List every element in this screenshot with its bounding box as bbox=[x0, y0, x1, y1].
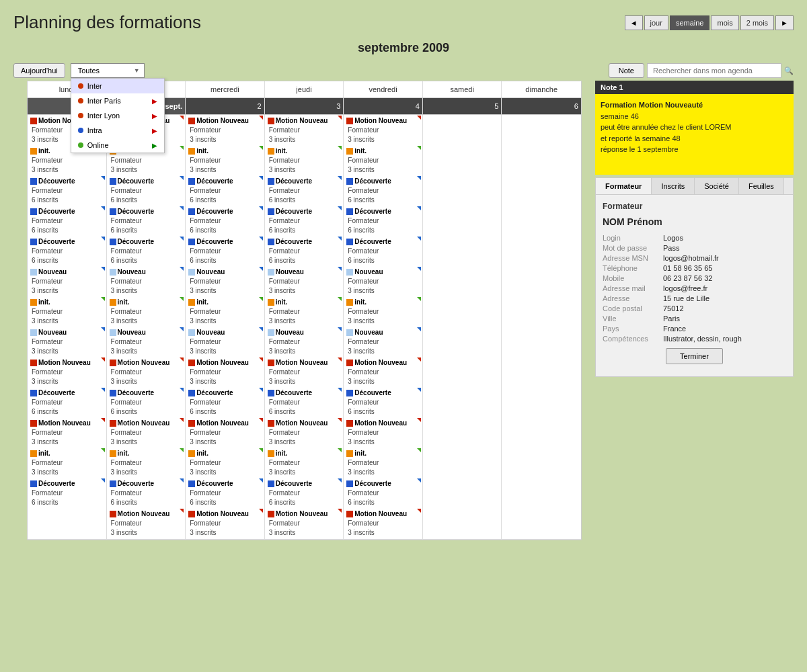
event-item[interactable]: Motion Nouveau Formateur 3 inscrits bbox=[187, 358, 263, 387]
next-button[interactable]: ► bbox=[775, 15, 794, 30]
event-item[interactable]: Découverte Formateur 6 inscrits bbox=[108, 176, 184, 206]
event-item[interactable]: Nouveau Formateur 3 inscrits bbox=[345, 327, 421, 357]
event-item[interactable]: Motion Nouveau Formateur 3 inscrits bbox=[108, 358, 184, 387]
event-item[interactable]: init. Formateur 3 inscrits bbox=[29, 448, 105, 478]
event-item[interactable]: Découverte Formateur 6 inscrits bbox=[29, 478, 105, 508]
event-item[interactable]: Découverte Formateur 6 inscrits bbox=[29, 206, 105, 236]
event-inscrits: 6 inscrits bbox=[268, 256, 341, 265]
search-icon[interactable]: 🔍 bbox=[784, 67, 794, 75]
dropdown-item-online[interactable]: Online ▶ bbox=[71, 138, 164, 153]
event-item[interactable]: Découverte Formateur 6 inscrits bbox=[29, 176, 105, 206]
dropdown-item-intra[interactable]: Intra ▶ bbox=[71, 123, 164, 138]
event-item[interactable]: Découverte Formateur 6 inscrits bbox=[266, 478, 342, 508]
event-item[interactable]: Motion Nouveau Formateur 3 inscrits bbox=[266, 418, 342, 448]
tab-formateur[interactable]: Formateur bbox=[596, 178, 652, 194]
view-mois[interactable]: mois bbox=[711, 15, 738, 30]
event-inscrits: 3 inscrits bbox=[346, 437, 420, 447]
event-item[interactable]: Découverte Formateur 6 inscrits bbox=[108, 237, 184, 266]
event-item[interactable]: Motion Nouveau Formateur 3 inscrits bbox=[345, 418, 421, 448]
event-item[interactable]: Motion Nouveau Formateur 3 inscrits bbox=[187, 418, 263, 448]
filter-button[interactable]: Toutes bbox=[71, 63, 145, 78]
event-item[interactable]: Nouveau Formateur 3 inscrits bbox=[266, 267, 342, 296]
event-item[interactable]: Découverte Formateur 6 inscrits bbox=[108, 478, 184, 508]
note-line1: Formation Motion Nouveauté bbox=[601, 101, 703, 109]
event-item[interactable]: Nouveau Formateur 3 inscrits bbox=[187, 327, 263, 357]
tab-societe[interactable]: Société bbox=[695, 178, 739, 194]
event-item[interactable]: Découverte Formateur 6 inscrits bbox=[266, 206, 342, 236]
event-item[interactable]: Découverte Formateur 6 inscrits bbox=[29, 388, 105, 417]
event-item[interactable]: Nouveau Formateur 3 inscrits bbox=[187, 267, 263, 296]
view-jour[interactable]: jour bbox=[644, 15, 668, 30]
event-formateur: Formateur bbox=[110, 307, 183, 317]
event-formateur: Formateur bbox=[346, 277, 420, 286]
event-item[interactable]: Motion Nouveau Formateur 3 inscrits bbox=[29, 358, 105, 387]
prev-button[interactable]: ◄ bbox=[625, 15, 643, 30]
event-item[interactable]: Motion Nouveau Formateur 3 inscrits bbox=[108, 509, 184, 538]
event-item[interactable]: Motion Nouveau Formateur 3 inscrits bbox=[266, 509, 342, 538]
event-item[interactable]: init. Formateur 3 inscrits bbox=[266, 146, 342, 175]
event-item[interactable]: init. Formateur 3 inscrits bbox=[187, 448, 263, 478]
event-item[interactable]: Motion Nouveau Formateur 3 inscrits bbox=[187, 509, 263, 538]
view-2mois[interactable]: 2 mois bbox=[740, 15, 774, 30]
event-item[interactable]: init. Formateur 3 inscrits bbox=[345, 448, 421, 478]
dropdown-item-inter-paris[interactable]: Inter Paris ▶ bbox=[71, 93, 164, 108]
event-item[interactable]: init. Formateur 3 inscrits bbox=[108, 448, 184, 478]
event-item[interactable]: Découverte Formateur 6 inscrits bbox=[345, 176, 421, 206]
detail-value: logos@hotmail.fr bbox=[663, 254, 719, 262]
event-item[interactable]: Motion Nouveau Formateur 3 inscrits bbox=[345, 358, 421, 387]
today-button[interactable]: Aujourd'hui bbox=[13, 63, 65, 78]
event-item[interactable]: init. Formateur 3 inscrits bbox=[187, 146, 263, 175]
event-item[interactable]: Motion Nouveau Formateur 3 inscrits bbox=[345, 509, 421, 538]
event-item[interactable]: Découverte Formateur 6 inscrits bbox=[266, 176, 342, 206]
event-item[interactable]: Nouveau Formateur 3 inscrits bbox=[345, 267, 421, 296]
event-formateur: Formateur bbox=[188, 307, 262, 317]
event-label: Nouveau bbox=[354, 267, 383, 277]
event-item[interactable]: Découverte Formateur 6 inscrits bbox=[108, 388, 184, 417]
event-formateur: Formateur bbox=[110, 489, 183, 498]
search-input[interactable] bbox=[647, 63, 781, 78]
corner-indicator bbox=[180, 388, 184, 392]
event-item[interactable]: Découverte Formateur 6 inscrits bbox=[266, 388, 342, 417]
event-inscrits: 6 inscrits bbox=[30, 226, 104, 235]
event-formateur: Formateur bbox=[188, 428, 262, 437]
note-button[interactable]: Note bbox=[609, 63, 644, 78]
event-item[interactable]: init. Formateur 3 inscrits bbox=[266, 448, 342, 478]
tab-inscrits[interactable]: Inscrits bbox=[652, 178, 695, 194]
event-item[interactable]: Motion Nouveau Formateur 3 inscrits bbox=[345, 116, 421, 145]
dropdown-item-inter-lyon[interactable]: Inter Lyon ▶ bbox=[71, 108, 164, 123]
event-item[interactable]: Motion Nouveau Formateur 3 inscrits bbox=[266, 116, 342, 145]
event-item[interactable]: init. Formateur 3 inscrits bbox=[29, 297, 105, 327]
event-item[interactable]: Découverte Formateur 6 inscrits bbox=[108, 206, 184, 236]
event-item[interactable]: Découverte Formateur 6 inscrits bbox=[187, 478, 263, 508]
terminer-button[interactable]: Terminer bbox=[666, 348, 723, 364]
event-item[interactable]: Nouveau Formateur 3 inscrits bbox=[29, 327, 105, 357]
event-item[interactable]: init. Formateur 3 inscrits bbox=[266, 297, 342, 327]
event-item[interactable]: Motion Nouveau Formateur 3 inscrits bbox=[29, 418, 105, 448]
event-item[interactable]: Motion Nouveau Formateur 3 inscrits bbox=[187, 116, 263, 145]
detail-row: Adresse15 rue de Lille bbox=[603, 294, 786, 302]
event-item[interactable]: Découverte Formateur 6 inscrits bbox=[187, 388, 263, 417]
event-item[interactable]: Découverte Formateur 6 inscrits bbox=[187, 206, 263, 236]
event-item[interactable]: init. Formateur 3 inscrits bbox=[345, 297, 421, 327]
event-item[interactable]: Découverte Formateur 6 inscrits bbox=[345, 206, 421, 236]
event-item[interactable]: Motion Nouveau Formateur 3 inscrits bbox=[266, 358, 342, 387]
event-item[interactable]: Motion Nouveau Formateur 3 inscrits bbox=[108, 418, 184, 448]
event-item[interactable]: Découverte Formateur 6 inscrits bbox=[345, 237, 421, 266]
event-item[interactable]: init. Formateur 3 inscrits bbox=[108, 297, 184, 327]
tab-feuilles[interactable]: Feuilles bbox=[739, 178, 784, 194]
dropdown-item-inter[interactable]: Inter bbox=[71, 79, 164, 93]
event-item[interactable]: Nouveau Formateur 3 inscrits bbox=[108, 267, 184, 296]
event-item[interactable]: Découverte Formateur 6 inscrits bbox=[345, 388, 421, 417]
event-item[interactable]: init. Formateur 3 inscrits bbox=[345, 146, 421, 175]
event-formateur: Formateur bbox=[30, 307, 104, 317]
event-item[interactable]: Nouveau Formateur 3 inscrits bbox=[108, 327, 184, 357]
event-item[interactable]: Découverte Formateur 6 inscrits bbox=[266, 237, 342, 266]
event-item[interactable]: Découverte Formateur 6 inscrits bbox=[187, 237, 263, 266]
event-item[interactable]: Nouveau Formateur 3 inscrits bbox=[29, 267, 105, 296]
event-item[interactable]: Découverte Formateur 6 inscrits bbox=[29, 237, 105, 266]
event-item[interactable]: Découverte Formateur 6 inscrits bbox=[187, 176, 263, 206]
event-item[interactable]: Découverte Formateur 6 inscrits bbox=[345, 478, 421, 508]
event-item[interactable]: init. Formateur 3 inscrits bbox=[187, 297, 263, 327]
event-item[interactable]: Nouveau Formateur 3 inscrits bbox=[266, 327, 342, 357]
view-semaine[interactable]: semaine bbox=[670, 15, 710, 30]
